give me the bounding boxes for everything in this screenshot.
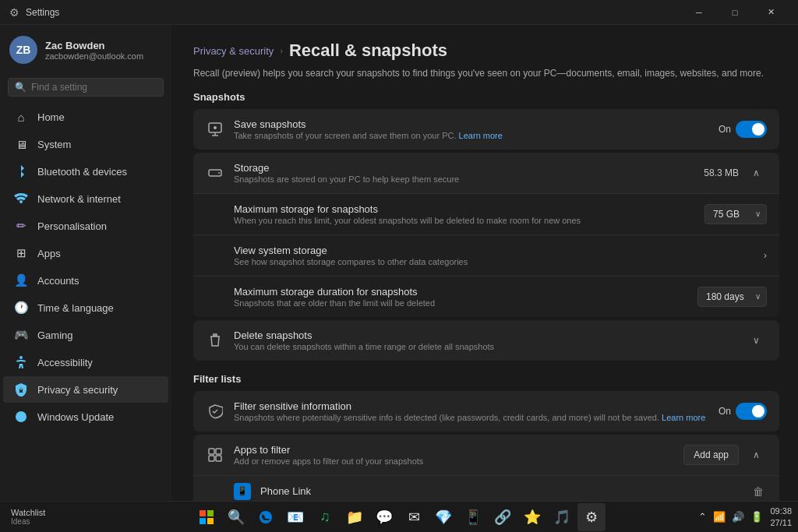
storage-text: Storage Snapshots are stored on your PC … xyxy=(234,162,694,184)
taskbar-files[interactable]: 📁 xyxy=(341,503,369,531)
apps-to-filter-icon xyxy=(206,446,224,464)
apps-to-filter-desc: Add or remove apps to filter out of your… xyxy=(234,456,674,466)
user-profile[interactable]: ZB Zac Bowden zacbowden@outlook.com xyxy=(0,25,171,75)
filter-sensitive-text: Filter sensitive information Snapshots w… xyxy=(234,400,709,422)
filter-sensitive-group: Filter sensitive information Snapshots w… xyxy=(193,391,779,432)
watchlist-item[interactable]: Watchlist Ideas xyxy=(6,506,50,527)
sidebar-item-label: Home xyxy=(37,111,65,123)
battery-icon[interactable]: 🔋 xyxy=(748,509,765,524)
taskbar-store[interactable]: 💎 xyxy=(429,503,457,531)
taskbar: Watchlist Ideas 🔍 📧 ♫ 📁 💬 ✉ 💎 📱 🔗 ⭐ 🎵 ⚙ xyxy=(0,501,798,532)
page-description: Recall (preview) helps you search your s… xyxy=(193,67,779,80)
sidebar-item-gaming[interactable]: 🎮 Gaming xyxy=(3,322,168,348)
filter-lists-section: Filter lists xyxy=(193,373,779,385)
sidebar-item-home[interactable]: ⌂ Home xyxy=(3,104,168,130)
taskbar-settings-app[interactable]: ⚙ xyxy=(577,503,606,531)
filter-lists-label: Filter lists xyxy=(193,373,779,385)
maximize-button[interactable]: □ xyxy=(717,0,753,25)
svg-rect-5 xyxy=(209,449,214,454)
delete-snapshots-title: Delete snapshots xyxy=(234,329,736,341)
view-storage-chevron: › xyxy=(764,249,767,261)
view-system-storage-row[interactable]: View system storage See how snapshot sto… xyxy=(193,235,779,277)
taskbar-outlook[interactable]: ✉ xyxy=(400,503,428,531)
learn-more-link[interactable]: Learn more xyxy=(459,131,503,140)
titlebar-controls: ─ □ ✕ xyxy=(681,0,789,25)
taskbar-spotify[interactable]: ♫ xyxy=(311,503,339,531)
titlebar-title: Settings xyxy=(26,7,59,18)
taskbar-edge[interactable] xyxy=(252,503,280,531)
filter-sensitive-desc: Snapshots where potentially sensitive in… xyxy=(234,413,709,422)
save-snapshots-title: Save snapshots xyxy=(234,118,709,130)
close-button[interactable]: ✕ xyxy=(753,0,789,25)
apps-expand-btn[interactable]: ∧ xyxy=(745,444,767,466)
delete-phone-link-icon[interactable]: 🗑 xyxy=(750,482,767,501)
minimize-button[interactable]: ─ xyxy=(681,0,717,25)
sidebar-item-personalisation[interactable]: ✏ Personalisation xyxy=(3,213,168,239)
accessibility-icon xyxy=(14,355,28,369)
taskbar-search[interactable]: 🔍 xyxy=(222,503,250,531)
sidebar-item-label: Bluetooth & devices xyxy=(37,166,127,178)
phone-link-label: Phone Link xyxy=(260,485,311,497)
delete-snapshots-desc: You can delete snapshots within a time r… xyxy=(234,342,736,351)
snapshots-section: Snapshots xyxy=(193,91,779,103)
sidebar-item-accounts[interactable]: 👤 Accounts xyxy=(3,267,168,294)
home-icon: ⌂ xyxy=(14,110,28,124)
filter-sensitive-toggle[interactable] xyxy=(736,403,767,420)
view-system-storage-title: View system storage xyxy=(234,245,754,256)
taskbar-teams[interactable]: 💬 xyxy=(370,503,398,531)
svg-rect-14 xyxy=(207,518,214,524)
max-storage-select[interactable]: 75 GB xyxy=(704,204,767,224)
max-duration-select[interactable]: 180 days xyxy=(697,287,767,307)
sidebar-item-apps[interactable]: ⊞ Apps xyxy=(3,240,168,266)
taskbar-link[interactable]: 🔗 xyxy=(489,503,517,531)
sidebar-item-bluetooth[interactable]: Bluetooth & devices xyxy=(3,158,168,185)
breadcrumb-parent[interactable]: Privacy & security xyxy=(193,45,274,57)
windows-update-icon xyxy=(14,410,28,424)
sidebar-item-time[interactable]: 🕐 Time & language xyxy=(3,294,168,321)
delete-snapshots-row: Delete snapshots You can delete snapshot… xyxy=(193,320,779,361)
chevron-up-icon[interactable]: ⌃ xyxy=(696,509,709,524)
save-snapshots-toggle[interactable] xyxy=(736,121,767,138)
sidebar-item-accessibility[interactable]: Accessibility xyxy=(3,349,168,375)
sidebar-item-network[interactable]: Network & internet xyxy=(3,185,168,212)
storage-title: Storage xyxy=(234,162,694,174)
storage-expand-btn[interactable]: ∧ xyxy=(745,162,767,184)
titlebar: ⚙ Settings ─ □ ✕ xyxy=(0,0,798,25)
taskbar-phone[interactable]: 📱 xyxy=(459,503,487,531)
filter-sensitive-icon xyxy=(206,402,224,421)
storage-value: 58.3 MB xyxy=(704,167,739,178)
sidebar-item-system[interactable]: 🖥 System xyxy=(3,131,168,157)
search-box[interactable]: 🔍 xyxy=(8,78,164,97)
apps-to-filter-title: Apps to filter xyxy=(234,444,674,456)
save-snapshots-text: Save snapshots Take snapshots of your sc… xyxy=(234,118,709,140)
sidebar-item-label: Accessibility xyxy=(37,357,93,368)
taskbar-star[interactable]: ⭐ xyxy=(518,503,546,531)
sidebar-item-windows-update[interactable]: Windows Update xyxy=(3,403,168,430)
delete-snapshots-text: Delete snapshots You can delete snapshot… xyxy=(234,329,736,351)
taskbar-mail[interactable]: 📧 xyxy=(281,503,309,531)
clock[interactable]: 09:38 27/11 xyxy=(770,506,792,528)
start-button[interactable] xyxy=(192,503,221,531)
max-duration-title: Maximum storage duration for snapshots xyxy=(234,286,688,298)
max-storage-row: Maximum storage for snapshots When you r… xyxy=(193,194,779,235)
filter-learn-more-link[interactable]: Learn more xyxy=(662,413,705,422)
search-input[interactable] xyxy=(31,82,157,93)
delete-expand-btn[interactable]: ∨ xyxy=(745,329,767,351)
add-app-button[interactable]: Add app xyxy=(683,445,739,465)
chevron-right-icon: › xyxy=(764,249,767,261)
taskbar-music[interactable]: 🎵 xyxy=(548,503,576,531)
volume-icon[interactable]: 🔊 xyxy=(729,509,747,524)
snapshots-label: Snapshots xyxy=(193,91,779,103)
phone-link-icon: 📱 xyxy=(234,483,251,500)
sidebar: ZB Zac Bowden zacbowden@outlook.com 🔍 ⌂ … xyxy=(0,25,171,532)
svg-rect-6 xyxy=(216,449,221,454)
page-title: Recall & snapshots xyxy=(289,41,447,61)
view-system-storage-desc: See how snapshot storage compares to oth… xyxy=(234,257,754,266)
svg-rect-13 xyxy=(200,518,206,524)
sidebar-item-privacy[interactable]: Privacy & security xyxy=(3,376,168,403)
nav-list: ⌂ Home 🖥 System Bluetooth & devices Netw… xyxy=(0,103,171,431)
date-display: 27/11 xyxy=(770,517,792,528)
filter-sensitive-title: Filter sensitive information xyxy=(234,400,709,412)
avatar: ZB xyxy=(9,36,37,64)
wifi-icon[interactable]: 📶 xyxy=(711,509,728,524)
